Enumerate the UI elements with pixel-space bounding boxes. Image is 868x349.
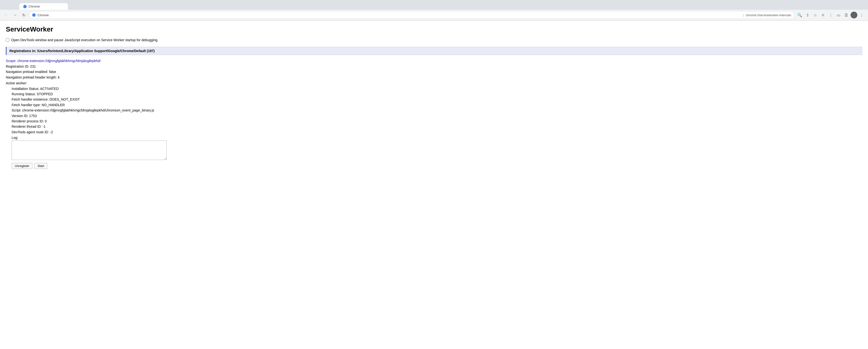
registrations-header: Registrations in: /Users/forinton/Librar… [6,47,862,55]
renderer-process-id: Renderer process ID: 0 [11,118,862,124]
page-title: ServiceWorker [6,25,862,33]
address-url: chrome://serviceworker-internals [746,13,791,17]
active-tab[interactable]: Chrome [20,3,68,10]
fetch-handler-existence: Fetch handler existence: DOES_NOT_EXIST [11,97,862,102]
profile-button[interactable] [850,11,857,19]
address-divider: | [743,13,744,17]
nav-actions: 🔍 ⇧ ☆ ⚛ ⋮ ▭ ☰ ⋮ [796,11,865,19]
running-status: Running Status: STOPPED [11,91,862,97]
cast-button[interactable]: ▭ [835,11,842,19]
devtools-label[interactable]: Open DevTools window and pause JavaScrip… [11,38,158,42]
devtools-agent-route-id: DevTools agent route ID: -2 [11,129,862,135]
more-button[interactable]: ⋮ [858,11,865,19]
menu-button[interactable]: ⋮ [827,11,834,19]
address-bar[interactable]: Chrome | chrome://serviceworker-internal… [29,11,795,19]
forward-button[interactable]: → [11,11,19,19]
devtools-checkbox-row: Open DevTools window and pause JavaScrip… [6,38,862,42]
fetch-handler-type: Fetch handler type: NO_HANDLER [11,102,862,108]
script-url: Script: chrome-extension://djjmngfglakhk… [11,108,862,113]
registration-block: Scope: chrome-extension://djjmngfglakhkh… [6,59,862,174]
extensions-button[interactable]: ⚛ [819,11,826,19]
log-label: Log: [11,136,862,140]
worker-details: Installation Status: ACTIVATED Running S… [6,86,862,169]
installation-status: Installation Status: ACTIVATED [11,86,862,91]
address-favicon-icon [32,13,36,17]
scope-link[interactable]: Scope: chrome-extension://djjmngfglakhkh… [6,59,862,63]
unregister-button[interactable]: Unregister [11,163,32,169]
active-worker-section: Active worker: Installation Status: ACTI… [6,81,862,169]
page-content: ServiceWorker Open DevTools window and p… [0,21,868,179]
search-button[interactable]: 🔍 [796,11,803,19]
button-row: Unregister Start [11,163,862,169]
registration-id: Registration ID: 231 [6,64,862,69]
navigation-bar: ← → ↻ Chrome | chrome://serviceworker-in… [0,10,868,20]
tab-bar: Chrome [0,0,868,10]
back-button[interactable]: ← [3,11,10,19]
renderer-thread-id: Renderer thread ID: -1 [11,124,862,129]
tab-title: Chrome [29,5,40,8]
share-button[interactable]: ⇧ [804,11,811,19]
address-browser-label: Chrome [37,13,741,17]
bookmark-button[interactable]: ☆ [812,11,818,19]
nav-preload-enabled: Navigation preload enabled: false [6,69,862,75]
nav-preload-header-length: Navigation preload header length: 4 [6,75,862,80]
tab-search-button[interactable]: ☰ [843,11,849,19]
start-button[interactable]: Start [34,163,47,169]
log-section: Log: [11,136,862,160]
version-id: Version ID: 1753 [11,113,862,118]
log-textarea[interactable] [11,141,166,160]
browser-chrome: Chrome ← → ↻ Chrome | chrome://servicewo… [0,0,868,21]
tab-favicon-icon [23,5,27,8]
reload-button[interactable]: ↻ [20,11,27,19]
devtools-checkbox[interactable] [6,38,9,42]
active-worker-label: Active worker: [6,81,862,86]
